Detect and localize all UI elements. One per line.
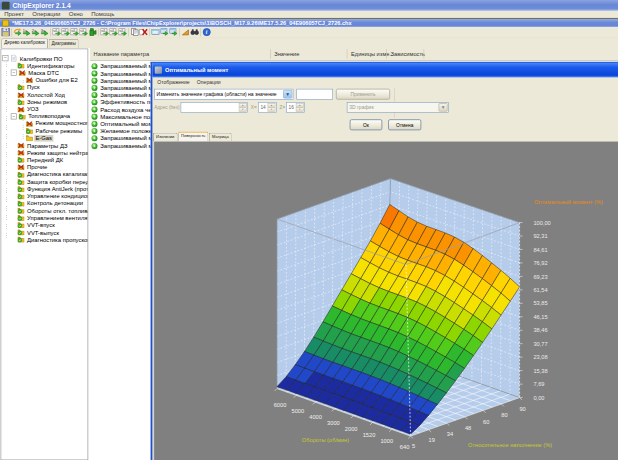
svg-text:s4: s4: [119, 29, 123, 33]
svg-text:15,38: 15,38: [533, 368, 547, 374]
svg-text:5000: 5000: [292, 408, 305, 414]
svg-text:48: 48: [465, 425, 471, 431]
svg-text:s4: s4: [53, 29, 57, 33]
svg-text:80: 80: [501, 412, 507, 418]
svg-text:38,46: 38,46: [533, 327, 547, 333]
svg-text:0,00: 0,00: [533, 394, 544, 400]
svg-text:34: 34: [447, 431, 453, 437]
svg-text:76,92: 76,92: [533, 260, 547, 266]
svg-text:s4: s4: [110, 29, 114, 33]
svg-text:69,23: 69,23: [533, 273, 547, 279]
svg-text:2000: 2000: [345, 426, 358, 432]
svg-text:53,85: 53,85: [533, 300, 547, 306]
svg-text:60: 60: [483, 418, 489, 424]
svg-text:Оптимальный момент (%): Оптимальный момент (%): [534, 199, 603, 205]
svg-text:3000: 3000: [327, 420, 340, 426]
svg-text:23,08: 23,08: [533, 354, 547, 360]
svg-text:5: 5: [412, 443, 415, 449]
svg-text:84,61: 84,61: [533, 246, 547, 252]
svg-text:Обороты (об/мин): Обороты (об/мин): [302, 437, 349, 443]
svg-text:90: 90: [519, 406, 525, 412]
svg-text:100,00: 100,00: [533, 219, 550, 225]
svg-text:30,77: 30,77: [533, 341, 547, 347]
svg-text:s4: s4: [101, 29, 105, 33]
svg-text:4000: 4000: [309, 414, 322, 420]
svg-text:6000: 6000: [274, 402, 287, 408]
svg-text:19: 19: [429, 437, 435, 443]
svg-text:640: 640: [400, 443, 410, 449]
svg-text:1000: 1000: [380, 438, 393, 444]
svg-text:s4: s4: [80, 29, 84, 33]
svg-text:Относительное наполнение (%): Относительное наполнение (%): [468, 441, 552, 447]
svg-text:s4: s4: [71, 29, 75, 33]
svg-text:61,54: 61,54: [533, 287, 547, 293]
svg-text:92,31: 92,31: [533, 233, 547, 239]
svg-text:7,69: 7,69: [533, 381, 544, 387]
svg-text:s4: s4: [62, 29, 66, 33]
svg-text:1520: 1520: [363, 432, 376, 438]
svg-text:46,15: 46,15: [533, 314, 547, 320]
